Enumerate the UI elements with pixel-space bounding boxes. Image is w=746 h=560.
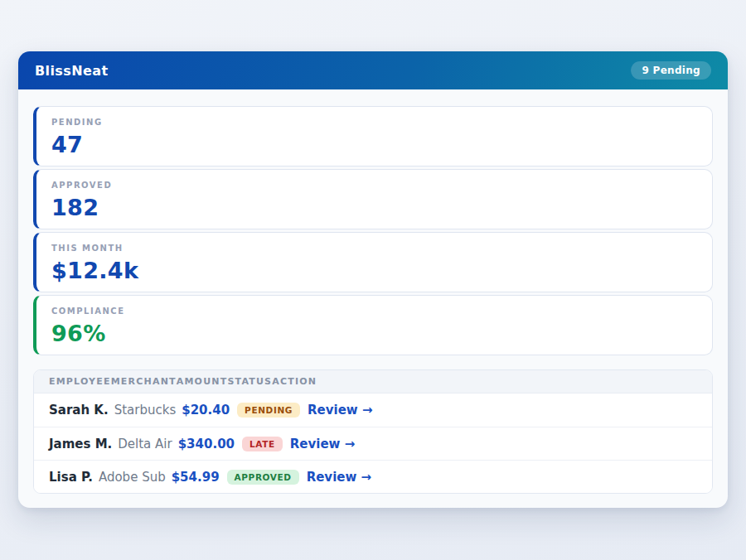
transactions-table: EMPLOYEEMERCHANTAMOUNTSTATUSACTION Sarah… [33, 369, 713, 494]
amount-value: $54.99 [172, 470, 220, 485]
stat-label: PENDING [51, 118, 697, 127]
stat-label: THIS MONTH [51, 244, 697, 253]
column-header-employee: EMPLOYEE [49, 376, 111, 387]
amount-value: $340.00 [178, 437, 235, 451]
status-badge: LATE [242, 437, 283, 451]
stat-card-this-month: THIS MONTH $12.4k [33, 232, 713, 292]
pending-count-badge: 9 Pending [631, 61, 711, 80]
amount-value: $20.40 [182, 403, 230, 418]
employee-name: Sarah K. [49, 403, 109, 418]
stat-value: 47 [51, 132, 697, 157]
app-header: BlissNeat 9 Pending [18, 51, 728, 89]
stat-label: APPROVED [51, 181, 697, 190]
column-header-amount: AMOUNT [177, 376, 228, 387]
table-row: Lisa P. Adobe Sub $54.99 APPROVED Review… [34, 460, 712, 493]
stat-card-pending: PENDING 47 [33, 106, 713, 167]
column-header-action: ACTION [272, 376, 317, 387]
stat-card-compliance: COMPLIANCE 96% [33, 295, 713, 355]
column-header-merchant: MERCHANT [111, 376, 177, 387]
merchant-name: Delta Air [118, 437, 172, 451]
stat-card-approved: APPROVED 182 [33, 169, 713, 229]
table-row: James M. Delta Air $340.00 LATE Review → [34, 427, 712, 460]
merchant-name: Starbucks [114, 403, 177, 418]
column-header-status: STATUS [227, 376, 272, 387]
stat-value: $12.4k [51, 258, 697, 283]
table-row: Sarah K. Starbucks $20.40 PENDING Review… [34, 393, 712, 427]
employee-name: Lisa P. [49, 470, 93, 485]
stat-value: 182 [51, 195, 697, 220]
review-link[interactable]: Review → [290, 437, 355, 451]
panel-body: PENDING 47 APPROVED 182 THIS MONTH $12.4… [18, 89, 728, 508]
review-link[interactable]: Review → [308, 403, 372, 418]
dashboard-panel: BlissNeat 9 Pending PENDING 47 APPROVED … [18, 51, 728, 508]
stat-value: 96% [51, 321, 697, 346]
status-badge: PENDING [237, 403, 300, 418]
review-link[interactable]: Review → [307, 470, 371, 485]
merchant-name: Adobe Sub [99, 470, 166, 485]
stats-list: PENDING 47 APPROVED 182 THIS MONTH $12.4… [33, 106, 713, 355]
stat-label: COMPLIANCE [51, 307, 697, 316]
status-badge: APPROVED [227, 470, 299, 485]
table-header-row: EMPLOYEEMERCHANTAMOUNTSTATUSACTION [34, 370, 712, 393]
app-title: BlissNeat [35, 63, 109, 79]
employee-name: James M. [49, 437, 112, 451]
